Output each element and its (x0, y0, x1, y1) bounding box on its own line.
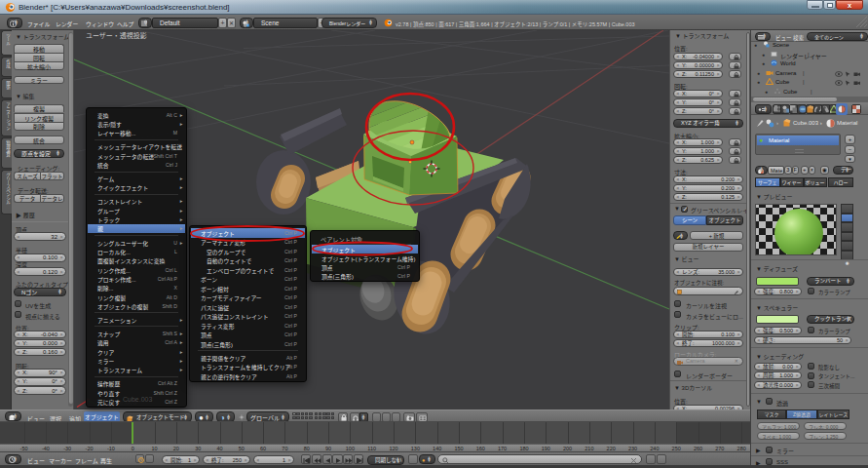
svg-text:ユーザー・透視投影: ユーザー・透視投影 (86, 31, 147, 40)
